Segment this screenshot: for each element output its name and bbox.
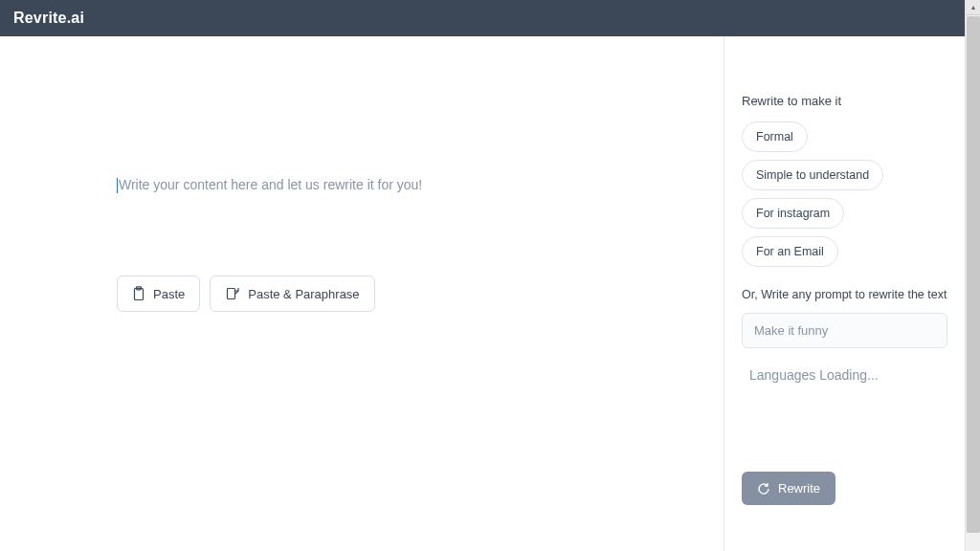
chip-group: Formal Simple to understand For instagra…: [742, 121, 947, 267]
rewrite-button[interactable]: Rewrite: [742, 472, 835, 505]
text-cursor: [117, 178, 118, 193]
main-layout: Write your content here and let us rewri…: [0, 36, 965, 551]
scroll-up-arrow[interactable]: ▴: [966, 0, 980, 15]
editor-buttons: Paste Paste & Paraphrase: [117, 276, 375, 312]
languages-loading: Languages Loading...: [742, 367, 947, 383]
paste-label: Paste: [153, 287, 185, 301]
clipboard-icon: [132, 286, 145, 301]
scrollbar[interactable]: ▴: [965, 0, 980, 551]
sidebar: Rewrite to make it Formal Simple to unde…: [724, 36, 965, 551]
scrollbar-thumb[interactable]: [967, 16, 980, 533]
app-header: Revrite.ai: [0, 0, 965, 36]
chip-formal[interactable]: Formal: [742, 121, 808, 152]
editor-area[interactable]: Write your content here and let us rewri…: [0, 36, 724, 551]
chip-instagram[interactable]: For instagram: [742, 198, 844, 229]
sidebar-title: Rewrite to make it: [742, 94, 947, 108]
chip-simple[interactable]: Simple to understand: [742, 160, 883, 190]
spacer: [742, 383, 947, 472]
sidebar-subtitle: Or, Write any prompt to rewrite the text: [742, 288, 947, 301]
brand-logo: Revrite.ai: [13, 10, 84, 27]
paste-paraphrase-icon: [225, 286, 240, 301]
chip-email[interactable]: For an Email: [742, 236, 838, 267]
refresh-icon: [757, 482, 770, 496]
editor-placeholder: Write your content here and let us rewri…: [119, 177, 422, 192]
rewrite-label: Rewrite: [778, 481, 820, 496]
paste-paraphrase-button[interactable]: Paste & Paraphrase: [210, 276, 374, 312]
prompt-input[interactable]: [742, 313, 947, 348]
editor-placeholder-row: Write your content here and let us rewri…: [117, 176, 724, 193]
paste-button[interactable]: Paste: [117, 276, 200, 312]
svg-rect-2: [228, 289, 235, 299]
paste-paraphrase-label: Paste & Paraphrase: [248, 287, 359, 301]
